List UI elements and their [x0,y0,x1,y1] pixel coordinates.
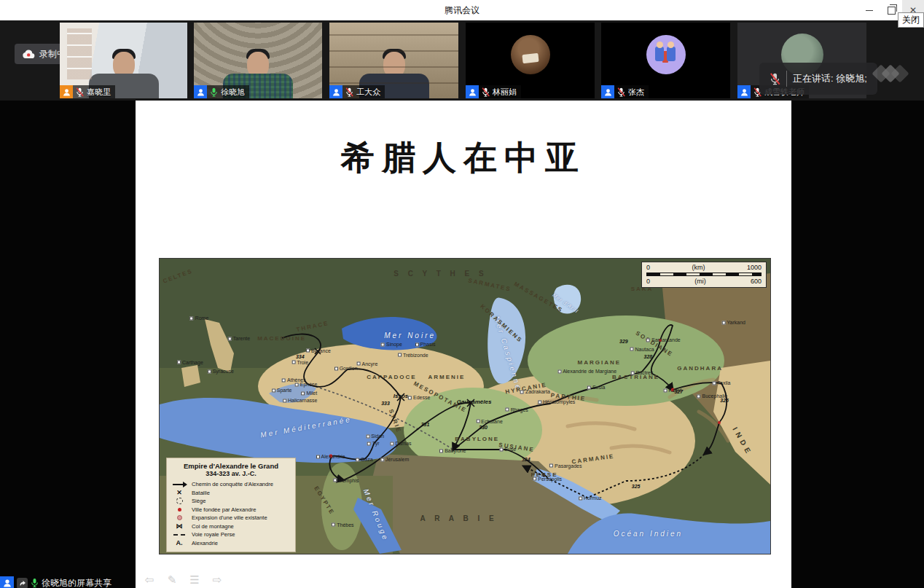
map-label: 331 [421,421,430,426]
legend-item: A.Alexandrie [171,539,291,548]
map-label: Sidon [366,434,384,439]
close-tooltip: 关闭 [898,12,924,28]
map-label: Byzance [306,348,331,353]
map-label: Susia [587,385,606,390]
window-title: 腾讯会议 [0,0,924,20]
map-label: SOGDIANE [635,330,675,358]
mic-muted-icon [76,87,84,97]
map-label: Rhagès [506,407,528,412]
participant-namebar: 嘉晓里 [60,85,115,98]
mic-muted-icon [770,73,780,85]
avatar [511,35,550,74]
mic-muted-icon [617,87,625,97]
back-arrow-icon[interactable]: ⇦ [143,573,156,587]
legend-item: Ville fondée par Alexandre [171,506,291,514]
presenter-toolbar: ⇦ ✎ ☰ ⇨ [143,573,224,587]
map-legend: Empire d'Alexandre le Grand 334-323 av. … [166,458,296,552]
video-strip: 录制中 嘉晓里 [0,20,924,101]
map-label: Taxila [713,380,731,385]
map-label: Zadrakarta [520,389,550,394]
map-label: Edesse [408,395,430,400]
restore-icon [888,7,896,15]
map-label: S C Y T H E S [394,270,488,278]
participant-namebar: 林丽娟 [466,85,521,98]
map-label: 330 [479,424,488,429]
alexander-empire-map: Mer MéditerranéeMer NoireMer CaspienneMe… [160,259,770,554]
participant-tile-1[interactable]: 嘉晓里 [60,23,187,98]
map-label: Jérusalem [380,457,409,462]
map-label: Ancyre [357,361,378,366]
map-label: Milet [301,391,317,396]
participant-tile-3[interactable]: 工大众 [329,23,458,98]
mic-muted-icon [345,87,353,97]
slide-title: 希腊人在中亚 [136,136,791,181]
scale-km-end: 1000 [747,264,761,271]
map-label: Tyr [367,441,380,446]
map-label: Bactres [631,369,654,375]
avatar [646,35,686,74]
map-label: 326 [720,398,729,403]
participant-role-icon [601,85,614,98]
participant-role-icon [194,85,207,98]
scale-mi-start: 0 [646,278,650,285]
participant-tile-4[interactable]: 林丽娟 [466,23,595,98]
pen-icon[interactable]: ✎ [165,573,179,587]
map-label: Thèbes [332,522,353,527]
map-label: Mer Méditerranée [260,415,353,439]
map-label: 327 [674,389,683,394]
participant-role-icon [466,85,479,98]
map-label: Mer Rouge [362,488,391,543]
participant-role-icon [60,85,73,98]
toast-divider [786,71,787,87]
participant-namebar: 张杰 [601,85,649,98]
map-label: Alexandrie de Margiane [557,368,616,373]
minimize-icon [866,10,873,11]
forward-arrow-icon[interactable]: ⇨ [211,573,224,587]
tencent-meeting-window: 腾讯会议 ✕ 关闭 录制中 [0,0,924,588]
map-label: Gaugamèles [457,399,492,405]
map-label: Tarente [228,336,250,341]
map-label: Memphis [333,477,359,482]
speaking-toast-text: 正在讲话: 徐晓旭; [793,72,867,85]
menu-icon[interactable]: ☰ [188,573,201,587]
map-label: A R A B I E [420,514,498,522]
map-label: EGYPTE [313,485,336,516]
map-label: 325 [632,483,641,488]
map-label: CELTES [162,268,193,285]
map-scale: 0 (km) 1000 0 (mi) 600 [641,262,767,288]
recording-cloud-icon [22,50,35,59]
map-label: Babylone [439,448,466,453]
map-label: Damas [390,441,411,446]
participant-tile-5[interactable]: 张杰 [601,23,730,98]
participant-role-icon [737,85,751,98]
minimize-button[interactable] [858,0,880,20]
participant-name: 徐晓旭 [221,87,245,98]
participant-name: 林丽娟 [493,87,517,98]
map-label: MARGIANE [578,358,622,365]
mic-muted-icon [482,87,490,97]
map-label: Trébizonde [398,352,428,357]
map-label: Suse [499,447,516,452]
legend-item: ✕Bataille [171,489,291,498]
map-label: Rome [190,315,209,321]
map-label: 328 [644,353,653,358]
map-label: Sparte [272,388,292,393]
map-label: Carthage [177,359,203,364]
scale-mi-end: 600 [751,278,761,285]
participant-namebar: 工大众 [329,85,385,98]
screen-share-label: 徐晓旭的屏幕共享 [42,577,111,588]
screen-share-bar[interactable]: 徐晓旭的屏幕共享 [0,575,111,588]
participant-tile-2[interactable]: 徐晓旭 [194,23,322,98]
legend-item: Expansion d'une ville existante [171,514,291,522]
participant-namebar: 徐晓旭 [194,85,249,98]
legend-title: Empire d'Alexandre le Grand [171,462,291,470]
scale-km-unit: (km) [692,264,705,271]
map-label: Samarcande [646,337,681,342]
scale-mi-unit: (mi) [694,278,706,285]
map-label: Issos [394,393,408,399]
map-label: Phasis [415,342,436,347]
map-label: Yarkand [721,320,745,325]
map-label: Gordion [334,365,358,370]
map-label: GANDHARA [677,364,723,371]
map-label: Persépolis [533,476,562,481]
